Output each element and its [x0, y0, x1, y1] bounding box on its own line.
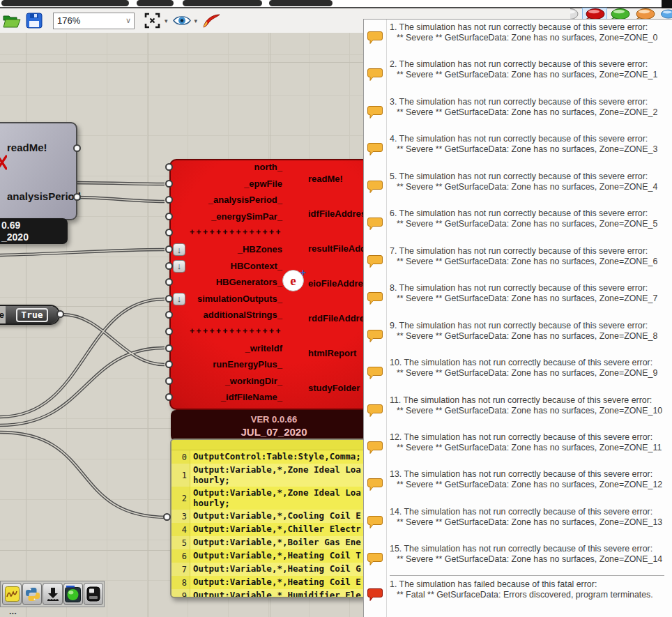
- input-label: additionalStrings_: [176, 310, 282, 320]
- error-line2: ** Severe ** GetSurfaceData: Zone has no…: [390, 331, 657, 342]
- energyplus-logo-icon: e+: [282, 270, 304, 291]
- panel-line-text: Output:Variable,*,Zone Ideal Loa hourly;: [190, 464, 361, 487]
- badge-date: JUL_07_2020: [171, 425, 377, 439]
- panel-line-number: 1: [171, 464, 190, 487]
- chevron-down-icon[interactable]: ▾: [165, 17, 168, 24]
- error-number: 8.: [390, 283, 397, 293]
- panel-line-number: 2: [171, 487, 190, 510]
- panel-scribble-button[interactable]: [2, 583, 22, 605]
- panel-line-text: OutputControl:Table:Style,Comma;: [190, 450, 361, 464]
- input-label: simulationOutputs_: [176, 294, 282, 304]
- sphere-component-button[interactable]: [63, 583, 83, 605]
- input-port[interactable]: [165, 180, 173, 188]
- severe-balloon-icon: [367, 515, 383, 528]
- error-number: 13.: [390, 469, 402, 479]
- panel-line-number: 8: [171, 576, 190, 589]
- input-port[interactable]: [165, 311, 173, 319]
- toggle-label-fragment: gle: [0, 306, 6, 323]
- panel-line-text: Output:Variable,*,Cooling Coil E: [190, 510, 361, 523]
- input-port[interactable]: [165, 163, 173, 171]
- import-arrow-icon: [46, 586, 60, 602]
- error-number: 3.: [390, 97, 397, 107]
- output-label: htmlReport: [308, 348, 356, 358]
- open-file-button[interactable]: [1, 10, 22, 31]
- error-line1: The simulation has not run correctly bec…: [399, 321, 648, 330]
- document-tab[interactable]: [137, 0, 174, 6]
- error-line1: The simulation has not run correctly bec…: [404, 395, 652, 405]
- severe-balloon-icon: [367, 68, 383, 81]
- severe-balloon-icon: [367, 552, 383, 565]
- error-line1: The simulation has not run correctly bec…: [404, 358, 652, 367]
- severe-balloon-icon: [367, 254, 383, 268]
- output-port[interactable]: [56, 310, 64, 318]
- panel-line-number: 0: [171, 450, 190, 464]
- input-port[interactable]: [165, 360, 173, 368]
- error-line1: The simulation has not run correctly bec…: [404, 507, 652, 517]
- save-file-button[interactable]: [24, 10, 45, 31]
- output-label: idfFileAddress: [308, 208, 371, 219]
- panel-input-port[interactable]: [163, 513, 171, 521]
- input-port[interactable]: [165, 344, 173, 352]
- open-file-icon: [3, 13, 21, 29]
- error-line2: ** Severe ** GetSurfaceData: Zone has no…: [390, 554, 662, 565]
- severe-balloon-icon: [367, 329, 383, 342]
- panel-line-text: Output:Variable,*,Chiller Electr: [190, 523, 361, 536]
- severe-balloon-icon: [367, 291, 383, 305]
- panel-line-text: Output:Variable,*,Heating Coil E: [190, 576, 361, 589]
- error-line2: ** Severe ** GetSurfaceData: Zone has no…: [390, 257, 657, 267]
- severe-balloon-icon: [367, 105, 383, 119]
- error-number: 12.: [390, 432, 402, 442]
- input-port[interactable]: [165, 328, 173, 335]
- panel-line-number: 3: [171, 510, 190, 523]
- input-port[interactable]: [165, 213, 173, 220]
- error-line2: ** Severe ** GetSurfaceData: Zone has no…: [390, 294, 657, 304]
- panel-line-number: 7: [171, 563, 190, 576]
- input-port[interactable]: [165, 393, 173, 401]
- chevron-down-icon: ∨: [125, 16, 131, 25]
- output-port[interactable]: [73, 193, 81, 201]
- zoom-level-select[interactable]: 176% ∨: [53, 13, 135, 29]
- expand-arrow-button[interactable]: ↓: [173, 260, 185, 273]
- badge-line: _2020: [0, 231, 68, 243]
- error-line1: The simulation has not run correctly bec…: [404, 469, 652, 479]
- error-number: 1.: [390, 579, 397, 589]
- input-port[interactable]: [165, 245, 173, 253]
- output-port[interactable]: [73, 144, 81, 152]
- input-label: _workingDir_: [176, 376, 282, 386]
- input-port[interactable]: [165, 377, 173, 385]
- document-tab[interactable]: [269, 0, 333, 6]
- boolean-toggle[interactable]: gle True: [0, 305, 60, 325]
- input-port[interactable]: [165, 262, 173, 270]
- python-icon: [25, 587, 40, 602]
- error-line1: The simulation has not run correctly bec…: [399, 283, 648, 293]
- input-port[interactable]: [165, 295, 173, 303]
- expand-arrow-button[interactable]: ↓: [173, 293, 185, 305]
- chevron-down-icon[interactable]: ▾: [194, 17, 198, 24]
- panel-line-text: Output:Variable,*,Humidifier Ele: [190, 589, 361, 598]
- import-button[interactable]: [43, 583, 62, 605]
- input-port[interactable]: [165, 278, 173, 286]
- severe-balloon-icon: [367, 180, 383, 193]
- error-number: 15.: [390, 544, 402, 554]
- severe-balloon-icon: [367, 31, 383, 44]
- gray-component[interactable]: readMe! analysisPeriod: [0, 122, 77, 220]
- document-tab[interactable]: [1, 0, 129, 6]
- input-port[interactable]: [165, 229, 173, 236]
- document-tab[interactable]: [183, 0, 262, 6]
- sketch-pen-button[interactable]: [201, 10, 222, 31]
- error-line2: ** Severe ** GetSurfaceData: Zone has no…: [390, 480, 662, 490]
- severe-balloon-icon: [367, 478, 383, 491]
- expand-arrow-button[interactable]: ↓: [173, 243, 185, 256]
- black-panel-button[interactable]: [84, 583, 103, 605]
- severe-balloon-icon: [367, 441, 383, 454]
- input-port[interactable]: [165, 196, 173, 204]
- error-number: 10.: [390, 358, 402, 367]
- error-number: 2.: [390, 59, 397, 69]
- panel-scribble-icon: [5, 586, 20, 602]
- preview-button[interactable]: [171, 10, 192, 31]
- zoom-extents-button[interactable]: [142, 10, 162, 31]
- python-component-button[interactable]: [22, 583, 42, 605]
- toggle-switch[interactable]: True: [6, 306, 59, 323]
- severe-balloon-icon: [367, 404, 383, 417]
- input-label: _writeIdf: [176, 343, 282, 353]
